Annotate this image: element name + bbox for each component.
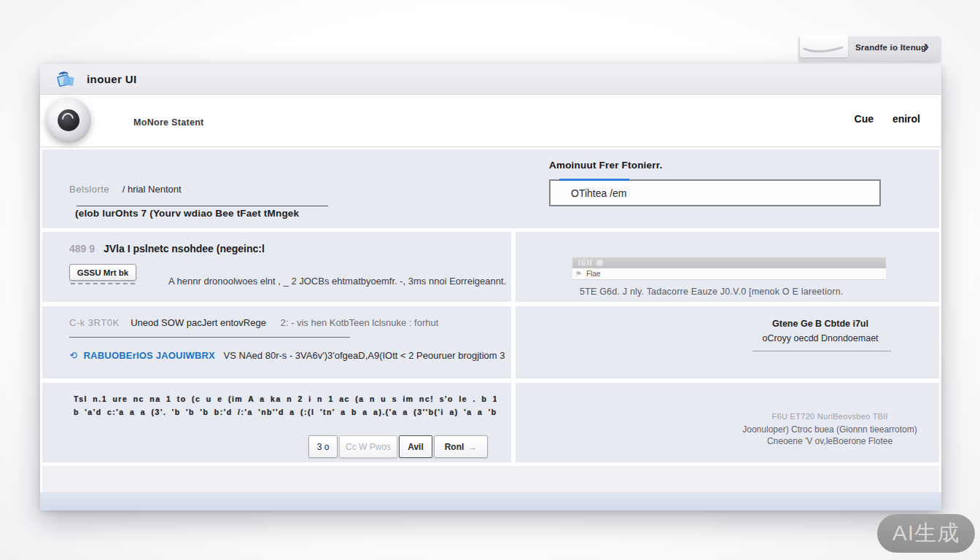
fineprint-line-1: Tsl n.1 ure nc na 1 to (c u e (im A a ka… (74, 394, 497, 403)
options-heading-main: JVla I pslnetc nsohdee (negeinc:l (104, 243, 265, 254)
file-row-label: Flae (586, 270, 600, 278)
profile-label: Belslorte / hrial Nentont (69, 184, 182, 195)
refresh-circle-icon: ⟲ (69, 350, 77, 361)
network-link-tail: VS NAed 80r-s - 3VA6v')3'ofgeaD,A9(IOtt … (224, 350, 505, 361)
options-button[interactable]: GSSU Mrt bk (69, 264, 136, 281)
quick-settings-label: Srandfe io Itenug (855, 43, 926, 52)
next-button-label: Ronl (445, 442, 464, 452)
network-line-muted: C-k 3RT0K (69, 317, 120, 328)
flag-icon: ⚑ (575, 270, 582, 278)
profile-subtitle: (elob lurOhts 7 (Yourv wdiao Bee tFaet t… (75, 208, 299, 219)
action-button-2-disabled[interactable]: Cc W Pwos (339, 435, 397, 458)
power-orb-button[interactable] (46, 98, 91, 143)
footer-info-line-2: Joonuloper) Ctroc buea (Gionnn tieearrot… (720, 424, 939, 435)
action-button-1[interactable]: 3 o (308, 435, 338, 458)
progress-track: IEII (572, 257, 886, 268)
header-actions: Cue enirol (839, 113, 920, 125)
header-bar: MoNore Statent Cue enirol (40, 96, 941, 147)
network-line-tail: 2: - vis hen KotbTeen lclsnuke : forhut (281, 317, 439, 328)
progress-dot-icon (596, 260, 603, 266)
profile-label-muted: Belslorte (69, 184, 109, 195)
footer-info-line-1: F6U ET720 NurlBeovsbeo TBIl (720, 412, 939, 421)
app-logo-icon (56, 70, 77, 89)
codes-title: Gtene Ge B Cbtde i7ul (718, 319, 922, 329)
fineprint-line-2: b 'a'd c:'a a a (3'. 'b 'b 'b b:'d /:'a … (74, 408, 497, 416)
options-heading-muted: 489 9 (69, 243, 95, 254)
action-button-3[interactable]: Avil (399, 435, 432, 458)
title-bar: inouer UI (40, 64, 941, 95)
file-row[interactable]: ⚑ Flae (572, 268, 886, 280)
app-window: inouer UI MoNore Statent Cue enirol Bels… (40, 64, 941, 510)
network-divider (69, 337, 350, 338)
network-link-row[interactable]: ⟲ RABUOBErIOS JAOUIWBRX VS NAed 80r-s - … (69, 350, 505, 361)
quick-settings-toolbar[interactable]: Srandfe io Itenug › (798, 36, 941, 61)
header-action-primary[interactable]: Cue (855, 113, 874, 125)
window-title: inouer UI (87, 73, 137, 85)
ai-generated-watermark: AI生成 (877, 514, 975, 553)
network-line-main: Uneod SOW pacJert entovRege (131, 317, 266, 328)
header-status-label: MoNore Statent (133, 117, 204, 128)
codes-option[interactable]: oCroyy oecdd Dnondoemaet (718, 333, 922, 343)
header-action-secondary[interactable]: enirol (892, 113, 920, 125)
chevron-right-icon[interactable]: › (924, 37, 929, 56)
swoosh-icon (800, 34, 848, 58)
amount-field-label: Amoinuut Frer Ftonierr. (549, 160, 662, 171)
footer-strip (40, 492, 941, 510)
codes-divider (752, 351, 891, 351)
arrow-right-icon: → (468, 442, 477, 452)
options-description: A hennr dronoolwoes elnt , _ 2 JOCBs eht… (168, 276, 506, 287)
version-caption: 5TE G6d. J nly. Tadacorre Eauze J0.V.0 [… (580, 287, 843, 297)
footer-info-line-3: Cneoene 'V ov,leBoerone Flotee (720, 436, 939, 446)
profile-label-main: / hrial Nentont (122, 184, 182, 195)
network-link[interactable]: RABUOBErIOS JAOUIWBRX (84, 350, 215, 361)
orb-glyph-icon (58, 109, 79, 131)
bottom-strip (42, 466, 939, 492)
input-focus-accent (559, 179, 629, 181)
action-button-group: 3 o Cc W Pwos Avil Ronl → (308, 435, 488, 458)
options-button-underline (71, 283, 135, 284)
panel-actions-right (516, 383, 939, 462)
action-button-next[interactable]: Ronl → (434, 435, 488, 458)
progress-faint-label: IEII (578, 258, 593, 267)
amount-input[interactable] (549, 179, 881, 206)
swoosh-button[interactable] (800, 34, 848, 58)
profile-divider (77, 206, 328, 206)
options-heading: 489 9 JVla I pslnetc nsohdee (negeinc:l (69, 243, 265, 254)
network-line: C-k 3RT0K Uneod SOW pacJert entovRege 2:… (69, 317, 438, 328)
